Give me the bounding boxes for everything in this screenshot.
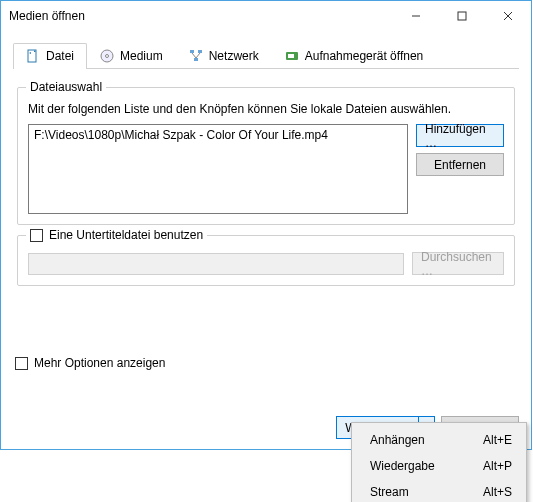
use-subtitle-checkbox[interactable] [30, 229, 43, 242]
menu-shortcut: Alt+E [483, 433, 512, 447]
subtitle-group: Eine Untertiteldatei benutzen Durchsuche… [17, 235, 515, 286]
add-button[interactable]: Hinzufügen … [416, 124, 504, 147]
open-media-dialog: Medien öffnen Datei Medium Netzwerk [0, 0, 532, 450]
file-list[interactable]: F:\Videos\1080p\Michał Szpak - Color Of … [28, 124, 408, 214]
group-title: Dateiauswahl [26, 80, 106, 94]
window-title: Medien öffnen [9, 9, 393, 23]
svg-rect-10 [198, 50, 202, 53]
menu-item-stream[interactable]: Stream Alt+S [352, 479, 526, 502]
minimize-button[interactable] [393, 1, 439, 31]
svg-line-13 [196, 53, 200, 58]
tab-bar: Datei Medium Netzwerk Aufnahmegerät öffn… [13, 41, 519, 69]
tab-network[interactable]: Netzwerk [176, 43, 272, 68]
file-icon [26, 49, 40, 63]
tab-label: Datei [46, 49, 74, 63]
menu-item-enqueue[interactable]: Anhängen Alt+E [352, 427, 526, 453]
play-dropdown-menu: Anhängen Alt+E Wiedergabe Alt+P Stream A… [351, 422, 527, 502]
capture-icon [285, 49, 299, 63]
file-list-item[interactable]: F:\Videos\1080p\Michał Szpak - Color Of … [31, 127, 405, 143]
subtitle-path-input [28, 253, 404, 275]
svg-rect-1 [458, 12, 466, 20]
more-options-label: Mehr Optionen anzeigen [34, 356, 165, 370]
svg-rect-15 [288, 54, 294, 58]
browse-subtitle-button: Durchsuchen … [412, 252, 504, 275]
menu-label: Wiedergabe [370, 459, 435, 473]
menu-shortcut: Alt+S [483, 485, 512, 499]
use-subtitle-label: Eine Untertiteldatei benutzen [49, 228, 203, 242]
instruction-text: Mit der folgenden Liste und den Knöpfen … [28, 102, 504, 116]
menu-label: Anhängen [370, 433, 425, 447]
file-selection-group: Dateiauswahl Mit der folgenden Liste und… [17, 87, 515, 225]
tab-capture[interactable]: Aufnahmegerät öffnen [272, 43, 437, 68]
maximize-button[interactable] [439, 1, 485, 31]
close-button[interactable] [485, 1, 531, 31]
tab-label: Netzwerk [209, 49, 259, 63]
remove-button[interactable]: Entfernen [416, 153, 504, 176]
tab-disc[interactable]: Medium [87, 43, 176, 68]
window-controls [393, 1, 531, 31]
tab-label: Medium [120, 49, 163, 63]
menu-shortcut: Alt+P [483, 459, 512, 473]
tab-label: Aufnahmegerät öffnen [305, 49, 424, 63]
svg-rect-9 [190, 50, 194, 53]
titlebar: Medien öffnen [1, 1, 531, 31]
file-panel: Dateiauswahl Mit der folgenden Liste und… [13, 69, 519, 300]
disc-icon [100, 49, 114, 63]
dialog-content: Datei Medium Netzwerk Aufnahmegerät öffn… [1, 31, 531, 382]
svg-point-8 [106, 55, 109, 58]
network-icon [189, 49, 203, 63]
more-options-checkbox[interactable] [15, 357, 28, 370]
menu-label: Stream [370, 485, 409, 499]
svg-line-12 [192, 53, 196, 58]
menu-item-play[interactable]: Wiedergabe Alt+P [352, 453, 526, 479]
tab-file[interactable]: Datei [13, 43, 87, 69]
svg-rect-11 [194, 58, 198, 61]
